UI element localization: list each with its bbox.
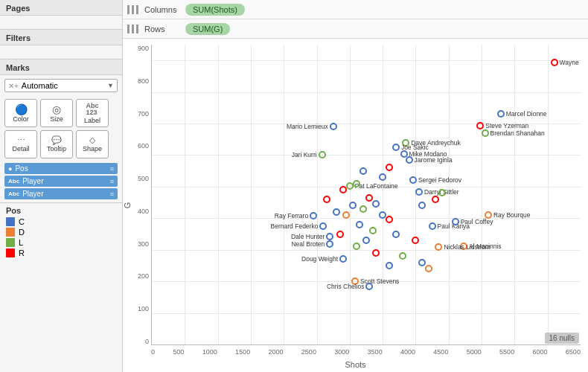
data-point[interactable] (372, 249, 380, 257)
data-point[interactable] (452, 218, 459, 225)
data-point[interactable] (497, 110, 505, 118)
y-tick-200: 200 (138, 272, 151, 280)
data-point[interactable] (418, 202, 426, 209)
data-point[interactable] (323, 196, 330, 203)
detail-button[interactable]: ⋯ Detail (4, 130, 37, 158)
pos-item-r: R (6, 248, 116, 257)
data-label: Mario Lemieux (287, 123, 328, 130)
col-dot-1 (127, 5, 130, 14)
player-field-pill-1[interactable]: Abc Player ≡ (4, 176, 118, 187)
y-tick-800: 800 (138, 77, 151, 85)
grid-line-v (317, 45, 318, 344)
data-point[interactable] (353, 243, 360, 250)
data-point[interactable] (349, 202, 357, 209)
data-point[interactable] (435, 243, 442, 251)
data-point[interactable] (482, 129, 489, 137)
tooltip-button[interactable]: 💬 Tooltip (40, 130, 73, 158)
data-point[interactable] (379, 173, 386, 181)
marks-type-dropdown[interactable]: ✕+ Automatic ▼ (4, 79, 118, 92)
shape-button[interactable]: ◇ Shape (76, 130, 109, 158)
data-point[interactable] (339, 186, 347, 193)
data-point[interactable] (429, 222, 436, 230)
col-dot-3 (136, 5, 138, 14)
pos-pill-menu-icon: ≡ (110, 165, 114, 173)
data-point[interactable] (326, 233, 333, 240)
data-point[interactable] (392, 231, 400, 238)
data-point[interactable] (438, 189, 446, 196)
data-point[interactable] (409, 176, 417, 184)
nulls-badge: 16 nulls (545, 333, 579, 344)
pos-label-c: C (19, 217, 25, 226)
size-label: Size (50, 115, 63, 123)
data-point[interactable] (310, 212, 317, 219)
row-dot-2 (132, 25, 134, 33)
pos-label-d: D (19, 228, 25, 237)
data-point[interactable] (319, 151, 326, 158)
pos-label-r: R (19, 248, 25, 257)
data-point[interactable] (432, 196, 439, 203)
pos-legend-title: Pos (6, 206, 116, 215)
rows-pill[interactable]: SUM(G) (185, 23, 230, 35)
x-tick-0: 0 (151, 348, 155, 356)
data-point[interactable] (336, 231, 344, 238)
data-point[interactable] (392, 144, 400, 151)
data-label: Ray Ferraro (275, 212, 308, 219)
data-point[interactable] (386, 262, 393, 269)
grid-line-h (152, 250, 581, 251)
data-point[interactable] (342, 211, 350, 219)
data-point[interactable] (319, 222, 327, 230)
data-point[interactable] (365, 283, 373, 290)
x-tick-6500: 6500 (566, 348, 581, 356)
data-label: Doug Weight (301, 255, 338, 263)
data-point[interactable] (412, 237, 419, 244)
data-point[interactable] (476, 122, 484, 129)
data-point[interactable] (399, 252, 406, 260)
data-label: Nicklas Lidstrom (444, 243, 490, 251)
size-button[interactable]: ◎ Size (40, 99, 73, 127)
player1-pill-menu-icon: ≡ (110, 178, 114, 185)
data-label: Neal Broten (291, 240, 325, 248)
pos-field-pill[interactable]: ● Pos ≡ (4, 163, 118, 174)
tooltip-label: Tooltip (47, 145, 66, 153)
pos-color-l (6, 238, 15, 247)
data-point[interactable] (551, 59, 558, 66)
data-point[interactable] (330, 123, 337, 130)
data-point[interactable] (425, 265, 432, 272)
data-point[interactable] (359, 167, 367, 175)
grid-line-h (152, 92, 581, 93)
marks-dropdown-arrow: ▼ (107, 82, 114, 89)
pos-pill-icon: ● (8, 165, 12, 173)
data-point[interactable] (386, 216, 393, 223)
label-button[interactable]: Abc123 Label (76, 99, 109, 127)
data-point[interactable] (356, 221, 363, 228)
grid-line-h (152, 155, 581, 155)
tooltip-icon: 💬 (51, 136, 62, 144)
y-tick-700: 700 (138, 110, 151, 118)
data-label: Jari Kurri (292, 151, 317, 158)
data-point[interactable] (415, 188, 423, 196)
color-button[interactable]: 🔵 Color (4, 99, 37, 127)
rows-shelf: Rows SUM(G) (123, 19, 588, 39)
data-point[interactable] (333, 208, 340, 216)
data-point[interactable] (339, 255, 347, 263)
row-dot-1 (127, 25, 130, 33)
data-point[interactable] (372, 200, 380, 208)
columns-pill[interactable]: SUM(Shots) (185, 4, 245, 16)
data-point[interactable] (369, 227, 377, 234)
pos-item-l: L (6, 238, 116, 247)
data-point[interactable] (353, 180, 360, 187)
grid-line-v (185, 45, 185, 344)
data-point[interactable] (418, 259, 426, 266)
grid-line-v (383, 45, 383, 344)
player-field-pill-2[interactable]: Abc Player ≡ (4, 188, 118, 199)
data-point[interactable] (406, 156, 413, 164)
y-axis-title: G (123, 202, 132, 209)
data-point[interactable] (326, 240, 333, 248)
label-label: Label (84, 117, 100, 124)
data-label: Bernard Federko (271, 222, 319, 230)
data-point[interactable] (365, 194, 373, 202)
x-tick-5500: 5500 (499, 348, 514, 356)
data-point[interactable] (362, 237, 370, 244)
data-point[interactable] (386, 164, 393, 171)
data-point[interactable] (359, 205, 367, 213)
